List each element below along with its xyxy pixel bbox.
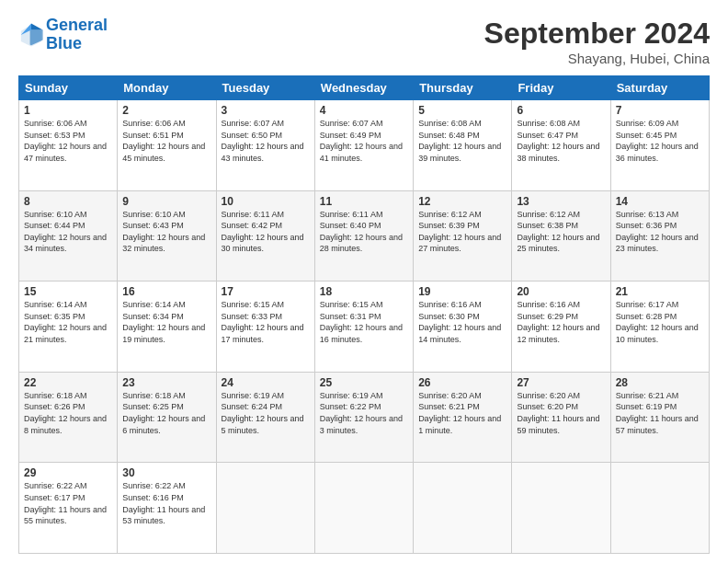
cell-info: Sunrise: 6:08 AMSunset: 6:48 PMDaylight:…: [418, 119, 501, 163]
week-row-2: 8 Sunrise: 6:10 AMSunset: 6:44 PMDayligh…: [19, 190, 710, 282]
calendar-cell: 7 Sunrise: 6:09 AMSunset: 6:45 PMDayligh…: [610, 100, 709, 191]
logo-text: General Blue: [46, 17, 108, 53]
day-number: 16: [122, 285, 210, 298]
day-number: 3: [222, 104, 310, 117]
week-row-3: 15 Sunrise: 6:14 AMSunset: 6:35 PMDaylig…: [19, 282, 710, 373]
day-number: 7: [616, 104, 704, 117]
calendar-cell: 9 Sunrise: 6:10 AMSunset: 6:43 PMDayligh…: [118, 190, 216, 282]
calendar-cell: 6 Sunrise: 6:08 AMSunset: 6:47 PMDayligh…: [512, 100, 610, 191]
cell-info: Sunrise: 6:12 AMSunset: 6:38 PMDaylight:…: [517, 210, 599, 254]
week-row-4: 22 Sunrise: 6:18 AMSunset: 6:26 PMDaylig…: [19, 372, 710, 463]
day-number: 28: [616, 376, 704, 389]
calendar-cell: 20 Sunrise: 6:16 AMSunset: 6:29 PMDaylig…: [512, 282, 610, 373]
calendar-cell: [216, 463, 314, 554]
cell-info: Sunrise: 6:19 AMSunset: 6:24 PMDaylight:…: [222, 391, 304, 435]
cell-info: Sunrise: 6:15 AMSunset: 6:33 PMDaylight:…: [222, 300, 304, 344]
day-number: 17: [222, 285, 310, 298]
day-number: 20: [517, 285, 605, 298]
cell-info: Sunrise: 6:10 AMSunset: 6:43 PMDaylight:…: [122, 210, 205, 254]
cell-info: Sunrise: 6:08 AMSunset: 6:47 PMDaylight:…: [517, 119, 599, 163]
week-row-5: 29 Sunrise: 6:22 AMSunset: 6:17 PMDaylig…: [19, 463, 710, 554]
calendar-cell: 26 Sunrise: 6:20 AMSunset: 6:21 PMDaylig…: [414, 372, 512, 463]
calendar-cell: 3 Sunrise: 6:07 AMSunset: 6:50 PMDayligh…: [216, 100, 314, 191]
calendar-cell: 15 Sunrise: 6:14 AMSunset: 6:35 PMDaylig…: [19, 282, 118, 373]
calendar-cell: 17 Sunrise: 6:15 AMSunset: 6:33 PMDaylig…: [216, 282, 314, 373]
cell-info: Sunrise: 6:20 AMSunset: 6:21 PMDaylight:…: [418, 391, 501, 435]
day-number: 5: [418, 104, 506, 117]
logo: General Blue: [18, 17, 108, 53]
day-number: 9: [122, 195, 210, 208]
dow-header-wednesday: Wednesday: [314, 76, 413, 100]
calendar-cell: 28 Sunrise: 6:21 AMSunset: 6:19 PMDaylig…: [610, 372, 709, 463]
day-number: 6: [517, 104, 605, 117]
cell-info: Sunrise: 6:18 AMSunset: 6:25 PMDaylight:…: [122, 391, 205, 435]
subtitle: Shayang, Hubei, China: [484, 51, 710, 66]
calendar-cell: 16 Sunrise: 6:14 AMSunset: 6:34 PMDaylig…: [118, 282, 216, 373]
calendar-cell: 8 Sunrise: 6:10 AMSunset: 6:44 PMDayligh…: [19, 190, 118, 282]
logo-line2: Blue: [46, 35, 108, 53]
cell-info: Sunrise: 6:21 AMSunset: 6:19 PMDaylight:…: [616, 391, 699, 435]
calendar-cell: 30 Sunrise: 6:22 AMSunset: 6:16 PMDaylig…: [118, 463, 216, 554]
calendar-cell: [414, 463, 512, 554]
calendar-cell: 27 Sunrise: 6:20 AMSunset: 6:20 PMDaylig…: [512, 372, 610, 463]
day-number: 18: [320, 285, 408, 298]
day-number: 14: [616, 195, 704, 208]
cell-info: Sunrise: 6:07 AMSunset: 6:50 PMDaylight:…: [222, 119, 304, 163]
cell-info: Sunrise: 6:16 AMSunset: 6:29 PMDaylight:…: [517, 300, 599, 344]
week-row-1: 1 Sunrise: 6:06 AMSunset: 6:53 PMDayligh…: [19, 100, 710, 191]
calendar-cell: 2 Sunrise: 6:06 AMSunset: 6:51 PMDayligh…: [118, 100, 216, 191]
logo-line1: General: [46, 16, 108, 34]
day-number: 21: [616, 285, 704, 298]
dow-header-friday: Friday: [512, 76, 610, 100]
calendar: SundayMondayTuesdayWednesdayThursdayFrid…: [18, 75, 710, 554]
cell-info: Sunrise: 6:06 AMSunset: 6:51 PMDaylight:…: [122, 119, 205, 163]
cell-info: Sunrise: 6:17 AMSunset: 6:28 PMDaylight:…: [616, 300, 699, 344]
calendar-cell: 11 Sunrise: 6:11 AMSunset: 6:40 PMDaylig…: [314, 190, 413, 282]
cell-info: Sunrise: 6:14 AMSunset: 6:34 PMDaylight:…: [122, 300, 205, 344]
dow-header-tuesday: Tuesday: [216, 76, 314, 100]
cell-info: Sunrise: 6:12 AMSunset: 6:39 PMDaylight:…: [418, 210, 501, 254]
day-number: 24: [222, 376, 310, 389]
calendar-cell: 4 Sunrise: 6:07 AMSunset: 6:49 PMDayligh…: [314, 100, 413, 191]
day-number: 30: [122, 466, 210, 479]
day-number: 27: [517, 376, 605, 389]
day-number: 15: [24, 285, 112, 298]
cell-info: Sunrise: 6:11 AMSunset: 6:42 PMDaylight:…: [222, 210, 304, 254]
calendar-cell: 23 Sunrise: 6:18 AMSunset: 6:25 PMDaylig…: [118, 372, 216, 463]
cell-info: Sunrise: 6:16 AMSunset: 6:30 PMDaylight:…: [418, 300, 501, 344]
days-of-week-row: SundayMondayTuesdayWednesdayThursdayFrid…: [19, 76, 710, 100]
cell-info: Sunrise: 6:18 AMSunset: 6:26 PMDaylight:…: [24, 391, 107, 435]
day-number: 25: [320, 376, 408, 389]
calendar-cell: 18 Sunrise: 6:15 AMSunset: 6:31 PMDaylig…: [314, 282, 413, 373]
calendar-cell: 14 Sunrise: 6:13 AMSunset: 6:36 PMDaylig…: [610, 190, 709, 282]
day-number: 2: [122, 104, 210, 117]
calendar-cell: 25 Sunrise: 6:19 AMSunset: 6:22 PMDaylig…: [314, 372, 413, 463]
calendar-cell: 10 Sunrise: 6:11 AMSunset: 6:42 PMDaylig…: [216, 190, 314, 282]
day-number: 13: [517, 195, 605, 208]
day-number: 4: [320, 104, 408, 117]
dow-header-sunday: Sunday: [19, 76, 118, 100]
day-number: 29: [24, 466, 112, 479]
cell-info: Sunrise: 6:11 AMSunset: 6:40 PMDaylight:…: [320, 210, 403, 254]
header: General Blue September 2024 Shayang, Hub…: [18, 17, 710, 66]
calendar-cell: [314, 463, 413, 554]
calendar-body: 1 Sunrise: 6:06 AMSunset: 6:53 PMDayligh…: [19, 100, 710, 554]
page: General Blue September 2024 Shayang, Hub…: [0, 0, 728, 563]
calendar-cell: [512, 463, 610, 554]
svg-marker-2: [31, 23, 43, 29]
day-number: 1: [24, 104, 112, 117]
calendar-cell: 19 Sunrise: 6:16 AMSunset: 6:30 PMDaylig…: [414, 282, 512, 373]
calendar-cell: 29 Sunrise: 6:22 AMSunset: 6:17 PMDaylig…: [19, 463, 118, 554]
day-number: 26: [418, 376, 506, 389]
cell-info: Sunrise: 6:22 AMSunset: 6:16 PMDaylight:…: [122, 481, 205, 525]
calendar-cell: 1 Sunrise: 6:06 AMSunset: 6:53 PMDayligh…: [19, 100, 118, 191]
cell-info: Sunrise: 6:20 AMSunset: 6:20 PMDaylight:…: [517, 391, 599, 435]
calendar-cell: [610, 463, 709, 554]
title-block: September 2024 Shayang, Hubei, China: [484, 17, 710, 66]
cell-info: Sunrise: 6:10 AMSunset: 6:44 PMDaylight:…: [24, 210, 107, 254]
dow-header-monday: Monday: [118, 76, 216, 100]
day-number: 23: [122, 376, 210, 389]
calendar-cell: 5 Sunrise: 6:08 AMSunset: 6:48 PMDayligh…: [414, 100, 512, 191]
dow-header-thursday: Thursday: [414, 76, 512, 100]
day-number: 8: [24, 195, 112, 208]
